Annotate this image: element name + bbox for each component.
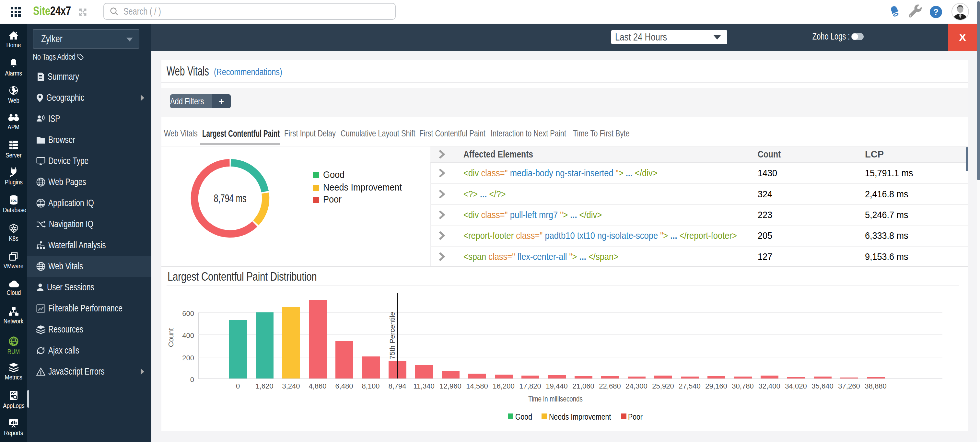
svg-text:SQL: SQL [11, 199, 17, 202]
svg-text:8,794 ms: 8,794 ms [214, 192, 247, 205]
